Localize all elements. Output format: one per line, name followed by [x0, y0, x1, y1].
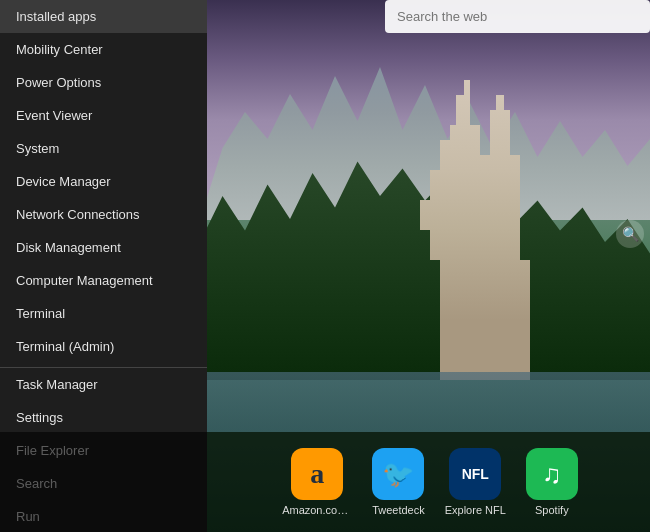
menu-item-disk-management[interactable]: Disk Management — [0, 231, 207, 264]
app-icon-nfl[interactable]: NFL Explore NFL — [445, 448, 506, 516]
search-input[interactable] — [397, 9, 638, 24]
menu-item-terminal-admin[interactable]: Terminal (Admin) — [0, 330, 207, 363]
search-bar[interactable] — [385, 0, 650, 33]
app-icon-spotify[interactable]: ♫ Spotify — [526, 448, 578, 516]
spotify-label: Spotify — [535, 504, 569, 516]
tweetdeck-icon: 🐦 — [372, 448, 424, 500]
search-circle-button[interactable]: 🔍 — [616, 220, 644, 248]
nfl-label: Explore NFL — [445, 504, 506, 516]
menu-item-event-viewer[interactable]: Event Viewer — [0, 99, 207, 132]
spotify-icon: ♫ — [526, 448, 578, 500]
taskbar: a Amazon.com... 🐦 Tweetdeck NFL Explore … — [0, 432, 650, 532]
menu-item-terminal[interactable]: Terminal — [0, 297, 207, 330]
menu-item-task-manager[interactable]: Task Manager — [0, 367, 207, 401]
menu-item-settings[interactable]: Settings — [0, 401, 207, 434]
menu-item-device-manager[interactable]: Device Manager — [0, 165, 207, 198]
tweetdeck-label: Tweetdeck — [372, 504, 425, 516]
menu-item-computer-management[interactable]: Computer Management — [0, 264, 207, 297]
nfl-icon: NFL — [449, 448, 501, 500]
menu-item-installed-apps[interactable]: Installed apps — [0, 0, 207, 33]
menu-item-system[interactable]: System — [0, 132, 207, 165]
amazon-icon: a — [291, 448, 343, 500]
app-icon-tweetdeck[interactable]: 🐦 Tweetdeck — [372, 448, 425, 516]
search-icon: 🔍 — [622, 226, 639, 242]
bg-water — [200, 372, 650, 432]
menu-item-mobility-center[interactable]: Mobility Center — [0, 33, 207, 66]
menu-item-network-connections[interactable]: Network Connections — [0, 198, 207, 231]
menu-item-power-options[interactable]: Power Options — [0, 66, 207, 99]
app-icon-amazon[interactable]: a Amazon.com... — [282, 448, 352, 516]
amazon-label: Amazon.com... — [282, 504, 352, 516]
